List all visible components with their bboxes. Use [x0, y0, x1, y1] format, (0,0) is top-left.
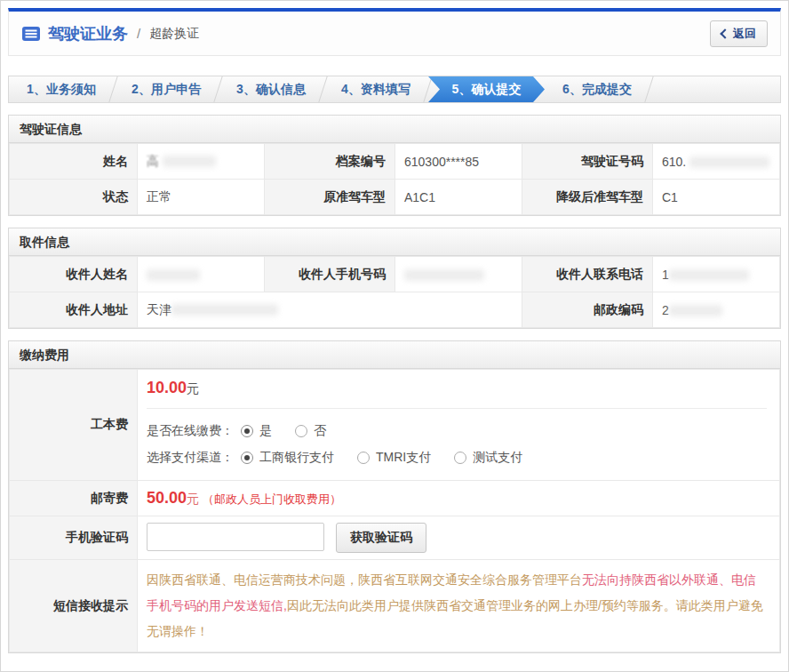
radio-icon[interactable] — [295, 425, 307, 437]
post-fee-label: 邮寄费 — [10, 481, 138, 516]
fee-amount-line: 10.00元 — [147, 379, 767, 397]
back-button-label: 返回 — [733, 26, 756, 42]
breadcrumb-separator: / — [137, 26, 140, 41]
fee-amount: 10.00 — [147, 379, 187, 396]
postcode-label: 邮政编码 — [522, 292, 653, 328]
chevron-left-icon — [720, 28, 729, 38]
post-fee-unit: 元 — [187, 492, 199, 506]
sms-tip-label: 短信接收提示 — [10, 560, 138, 652]
pickup-section-title: 取件信息 — [9, 228, 780, 256]
header: 驾驶证业务 / 超龄换证 返回 — [8, 8, 781, 56]
step-6-complete-submit: 6、完成提交 — [545, 76, 650, 102]
radio-icon[interactable] — [241, 452, 253, 464]
license-table: 姓名 高 档案编号 610300****85 驾驶证号码 610. 状态 正常 … — [9, 143, 780, 215]
online-pay-options: 是 否 — [241, 423, 326, 439]
license-section-title: 驾驶证信息 — [9, 116, 780, 143]
table-row: 手机验证码 获取验证码 — [10, 516, 780, 560]
recipient-phone-label: 收件人联系电话 — [522, 257, 653, 292]
original-class-label: 原准驾车型 — [265, 180, 395, 215]
redacted-value — [669, 305, 722, 316]
back-button[interactable]: 返回 — [710, 20, 768, 47]
table-row: 姓名 高 档案编号 610300****85 驾驶证号码 610. — [10, 144, 780, 180]
table-row: 短信接收提示 因陕西省联通、电信运营商技术问题，陕西省互联网交通安全综合服务管理… — [10, 560, 780, 652]
pay-channel-options: 工商银行支付 TMRI支付 测试支付 — [241, 450, 522, 466]
redacted-value — [404, 269, 484, 281]
license-number-value: 610. — [653, 144, 780, 180]
recipient-name-label: 收件人姓名 — [10, 257, 138, 292]
downgrade-class-value: C1 — [653, 180, 780, 215]
divider — [147, 408, 767, 409]
payment-table: 工本费 10.00元 是否在线缴费： 是 否 选择支付渠道： — [9, 369, 780, 652]
page-subtitle: 超龄换证 — [149, 26, 199, 42]
status-label: 状态 — [10, 180, 138, 215]
post-fee-value: 50.00元（邮政人员上门收取费用） — [138, 481, 780, 516]
step-wizard: 1、业务须知 2、用户申告 3、确认信息 4、资料填写 5、确认提交 6、完成提… — [8, 76, 781, 103]
page: 驾驶证业务 / 超龄换证 返回 1、业务须知 2、用户申告 3、确认信息 4、资… — [0, 0, 789, 672]
pay-channel-label: 选择支付渠道： — [147, 450, 234, 466]
radio-channel-test[interactable]: 测试支付 — [454, 450, 522, 466]
license-number-label: 驾驶证号码 — [522, 144, 653, 180]
pickup-table: 收件人姓名 收件人手机号码 收件人联系电话 1 收件人地址 天津 邮政编码 2 — [9, 256, 780, 328]
radio-icon[interactable] — [454, 452, 466, 464]
postcode-value: 2 — [653, 292, 780, 328]
status-value: 正常 — [138, 180, 265, 215]
payment-section: 缴纳费用 工本费 10.00元 是否在线缴费： 是 否 — [8, 340, 781, 653]
breadcrumb: 驾驶证业务 / 超龄换证 — [21, 23, 199, 44]
table-row: 状态 正常 原准驾车型 A1C1 降级后准驾车型 C1 — [10, 180, 780, 215]
step-4-fill-data: 4、资料填写 — [323, 76, 428, 102]
sms-tip-value: 因陕西省联通、电信运营商技术问题，陕西省互联网交通安全综合服务管理平台无法向持陕… — [138, 560, 780, 652]
downgrade-class-label: 降级后准驾车型 — [522, 180, 653, 215]
get-captcha-button[interactable]: 获取验证码 — [336, 523, 426, 553]
pay-channel-line: 选择支付渠道： 工商银行支付 TMRI支付 测试支付 — [147, 444, 767, 471]
step-2-declaration: 2、用户申告 — [114, 76, 219, 102]
redacted-value — [163, 156, 216, 167]
redacted-value — [171, 304, 278, 316]
recipient-mobile-value — [395, 257, 522, 292]
recipient-phone-value: 1 — [653, 257, 780, 292]
post-fee-amount: 50.00 — [147, 489, 187, 507]
captcha-label: 手机验证码 — [10, 516, 138, 560]
file-number-value: 610300****85 — [395, 144, 522, 180]
radio-online-no[interactable]: 否 — [295, 423, 326, 439]
radio-channel-icbc[interactable]: 工商银行支付 — [241, 450, 334, 466]
table-row: 收件人地址 天津 邮政编码 2 — [10, 292, 780, 328]
original-class-value: A1C1 — [395, 180, 522, 215]
fee-cell: 10.00元 是否在线缴费： 是 否 选择支付渠道： 工商银行支付 — [138, 370, 780, 481]
list-icon — [21, 26, 41, 42]
recipient-address-label: 收件人地址 — [10, 292, 138, 328]
page-title: 驾驶证业务 — [48, 23, 128, 44]
sms-note-part1: 因陕西省联通、电信运营商技术问题，陕西省互联网交通安全综合服务管理平台 — [147, 572, 582, 587]
name-label: 姓名 — [10, 144, 138, 180]
redacted-value — [147, 269, 200, 281]
captcha-input[interactable] — [147, 523, 324, 551]
post-fee-note: （邮政人员上门收取费用） — [203, 492, 341, 506]
step-1-notice: 1、业务须知 — [9, 76, 114, 102]
payment-section-title: 缴纳费用 — [9, 341, 780, 369]
name-value: 高 — [138, 144, 265, 180]
license-info-section: 驾驶证信息 姓名 高 档案编号 610300****85 驾驶证号码 610. … — [8, 115, 781, 216]
radio-channel-tmri[interactable]: TMRI支付 — [357, 450, 431, 466]
recipient-mobile-label: 收件人手机号码 — [265, 257, 395, 292]
recipient-name-value — [138, 257, 265, 292]
table-row: 邮寄费 50.00元（邮政人员上门收取费用） — [10, 481, 780, 516]
file-number-label: 档案编号 — [265, 144, 395, 180]
radio-icon[interactable] — [241, 425, 253, 437]
step-5-confirm-submit: 5、确认提交 — [428, 76, 545, 102]
radio-online-yes[interactable]: 是 — [241, 423, 272, 439]
captcha-cell: 获取验证码 — [138, 516, 780, 560]
step-3-confirm-info: 3、确认信息 — [219, 76, 323, 102]
pickup-info-section: 取件信息 收件人姓名 收件人手机号码 收件人联系电话 1 收件人地址 天津 邮政… — [8, 228, 781, 329]
table-row: 工本费 10.00元 是否在线缴费： 是 否 选择支付渠道： — [10, 370, 780, 481]
radio-icon[interactable] — [357, 452, 370, 464]
online-pay-line: 是否在线缴费： 是 否 — [147, 418, 767, 444]
redacted-value — [669, 269, 749, 281]
fee-unit: 元 — [187, 381, 199, 396]
recipient-address-value: 天津 — [138, 292, 522, 328]
fee-label: 工本费 — [10, 370, 138, 481]
table-row: 收件人姓名 收件人手机号码 收件人联系电话 1 — [10, 257, 780, 292]
redacted-value — [689, 156, 769, 168]
online-pay-label: 是否在线缴费： — [147, 423, 234, 439]
